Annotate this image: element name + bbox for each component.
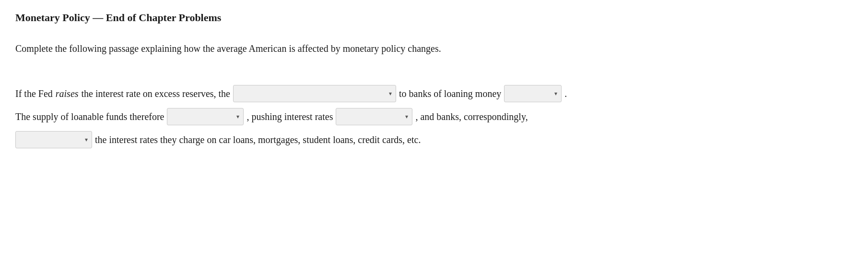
- chevron-down-icon-4: ▾: [405, 110, 408, 123]
- chevron-down-icon-2: ▾: [554, 87, 557, 100]
- passage-instruction: Complete the following passage explainin…: [15, 43, 853, 54]
- dropdown-4[interactable]: ▾: [336, 108, 412, 125]
- chevron-down-icon: ▾: [389, 87, 392, 100]
- line3-text-post: the interest rates they charge on car lo…: [95, 129, 421, 150]
- chevron-down-icon-3: ▾: [236, 110, 239, 123]
- dropdown-5[interactable]: ▾: [15, 131, 92, 148]
- line2-text-post: , and banks, correspondingly,: [415, 106, 528, 127]
- passage-line-3: ▾ the interest rates they charge on car …: [15, 129, 853, 150]
- page-title: Monetary Policy — End of Chapter Problem…: [15, 12, 853, 24]
- passage-line-2: The supply of loanable funds therefore ▾…: [15, 106, 853, 127]
- chevron-down-icon-5: ▾: [85, 133, 88, 146]
- line1-text-italic: raises: [56, 83, 79, 104]
- line1-text-mid: the interest rate on excess reserves, th…: [82, 83, 230, 104]
- line1-text-post: to banks of loaning money: [399, 83, 501, 104]
- dropdown-1[interactable]: ▾: [233, 85, 396, 102]
- line2-text-mid: , pushing interest rates: [246, 106, 333, 127]
- dropdown-2[interactable]: ▾: [504, 85, 562, 102]
- line1-text-pre: If the Fed: [15, 83, 53, 104]
- line1-period: .: [564, 83, 567, 104]
- passage-line-1: If the Fed raises the interest rate on e…: [15, 83, 853, 104]
- dropdown-3[interactable]: ▾: [167, 108, 244, 125]
- passage-body: If the Fed raises the interest rate on e…: [15, 83, 853, 150]
- line2-text-pre: The supply of loanable funds therefore: [15, 106, 164, 127]
